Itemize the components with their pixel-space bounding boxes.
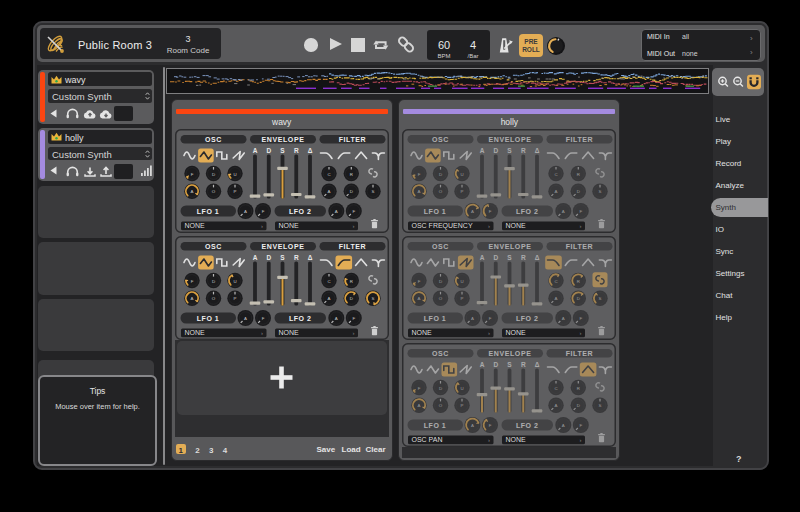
svg-text:A: A: [190, 296, 193, 301]
svg-text:D: D: [577, 296, 580, 301]
svg-text:A: A: [418, 189, 421, 194]
svg-text:F: F: [489, 209, 492, 214]
svg-text:F: F: [580, 316, 583, 321]
svg-text:LFO 1: LFO 1: [424, 208, 446, 215]
svg-text:NONE: NONE: [506, 436, 527, 443]
svg-text:A: A: [555, 296, 558, 301]
svg-text:U: U: [461, 279, 464, 284]
svg-text:›: ›: [580, 437, 582, 443]
svg-text:R: R: [349, 279, 352, 284]
svg-text:R: R: [577, 172, 580, 177]
svg-text:D: D: [266, 254, 271, 261]
svg-text:A: A: [244, 316, 247, 321]
svg-text:S: S: [371, 296, 374, 301]
svg-text:Ο: Ο: [211, 189, 215, 194]
svg-text:NONE: NONE: [278, 222, 299, 229]
svg-text:OSC: OSC: [432, 136, 449, 143]
svg-text:D: D: [494, 361, 499, 368]
svg-text:Δ: Δ: [307, 254, 312, 261]
svg-text:LFO 2: LFO 2: [516, 315, 538, 322]
svg-text:A: A: [418, 296, 421, 301]
svg-text:A: A: [480, 147, 485, 154]
svg-text:D: D: [494, 254, 499, 261]
svg-text:A: A: [480, 361, 485, 368]
svg-text:ENVELOPE: ENVELOPE: [261, 243, 304, 250]
svg-text:F: F: [418, 279, 421, 284]
svg-text:F: F: [489, 423, 492, 428]
svg-text:FILTER: FILTER: [566, 243, 594, 250]
svg-text:LFO 1: LFO 1: [196, 208, 218, 215]
svg-text:FILTER: FILTER: [566, 136, 594, 143]
svg-text:NONE: NONE: [184, 222, 205, 229]
svg-text:R: R: [521, 147, 526, 154]
svg-text:Ο: Ο: [439, 189, 443, 194]
svg-text:F: F: [190, 279, 193, 284]
svg-text:S: S: [371, 189, 374, 194]
svg-text:R: R: [349, 172, 352, 177]
svg-text:D: D: [439, 172, 442, 177]
svg-text:LFO 2: LFO 2: [289, 315, 311, 322]
svg-text:A: A: [327, 189, 330, 194]
svg-text:R: R: [293, 254, 298, 261]
svg-text:R: R: [521, 361, 526, 368]
svg-text:F: F: [352, 209, 355, 214]
svg-text:NONE: NONE: [412, 329, 433, 336]
svg-text:U: U: [233, 279, 236, 284]
svg-text:P: P: [461, 403, 464, 408]
svg-text:›: ›: [580, 330, 582, 336]
svg-text:A: A: [471, 423, 474, 428]
svg-text:F: F: [489, 316, 492, 321]
svg-text:OSC PAN: OSC PAN: [412, 436, 443, 443]
svg-text:›: ›: [488, 437, 490, 443]
svg-text:›: ›: [488, 330, 490, 336]
svg-text:P: P: [461, 296, 464, 301]
svg-text:A: A: [555, 403, 558, 408]
svg-text:ENVELOPE: ENVELOPE: [489, 243, 532, 250]
svg-text:R: R: [577, 279, 580, 284]
svg-text:ENVELOPE: ENVELOPE: [261, 136, 304, 143]
svg-text:A: A: [471, 316, 474, 321]
svg-text:F: F: [418, 172, 421, 177]
svg-text:Δ: Δ: [535, 147, 540, 154]
svg-text:D: D: [439, 279, 442, 284]
svg-text:A: A: [562, 423, 565, 428]
svg-text:S: S: [280, 147, 285, 154]
svg-text:›: ›: [488, 223, 490, 229]
svg-text:P: P: [233, 296, 236, 301]
svg-text:D: D: [577, 403, 580, 408]
svg-text:C: C: [555, 386, 558, 391]
svg-text:U: U: [461, 172, 464, 177]
svg-text:NONE: NONE: [184, 329, 205, 336]
svg-text:Δ: Δ: [535, 361, 540, 368]
svg-text:D: D: [439, 386, 442, 391]
svg-text:F: F: [580, 209, 583, 214]
svg-text:OSC: OSC: [205, 136, 222, 143]
svg-text:OSC: OSC: [432, 350, 449, 357]
svg-text:A: A: [471, 209, 474, 214]
svg-text:D: D: [494, 147, 499, 154]
svg-text:U: U: [461, 386, 464, 391]
svg-text:LFO 2: LFO 2: [289, 208, 311, 215]
svg-text:F: F: [418, 386, 421, 391]
svg-text:NONE: NONE: [278, 329, 299, 336]
svg-text:C: C: [327, 172, 330, 177]
svg-text:D: D: [211, 279, 214, 284]
svg-text:A: A: [334, 209, 337, 214]
svg-text:U: U: [233, 172, 236, 177]
svg-text:P: P: [461, 189, 464, 194]
svg-text:C: C: [555, 279, 558, 284]
svg-text:›: ›: [352, 223, 354, 229]
svg-text:LFO 1: LFO 1: [424, 315, 446, 322]
svg-text:›: ›: [261, 223, 263, 229]
svg-text:ENVELOPE: ENVELOPE: [489, 136, 532, 143]
svg-text:S: S: [508, 147, 513, 154]
svg-text:FILTER: FILTER: [338, 136, 366, 143]
svg-text:D: D: [349, 189, 352, 194]
svg-text:FILTER: FILTER: [338, 243, 366, 250]
svg-text:F: F: [580, 423, 583, 428]
svg-text:A: A: [327, 296, 330, 301]
svg-text:A: A: [190, 189, 193, 194]
svg-text:F: F: [352, 316, 355, 321]
svg-text:OSC: OSC: [205, 243, 222, 250]
svg-text:R: R: [577, 386, 580, 391]
